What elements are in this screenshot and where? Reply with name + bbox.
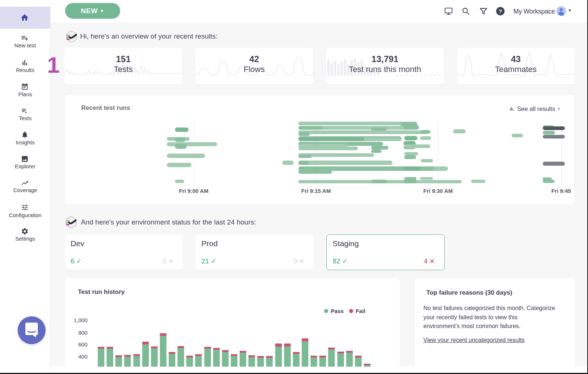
svg-text:?: ? bbox=[499, 8, 502, 14]
